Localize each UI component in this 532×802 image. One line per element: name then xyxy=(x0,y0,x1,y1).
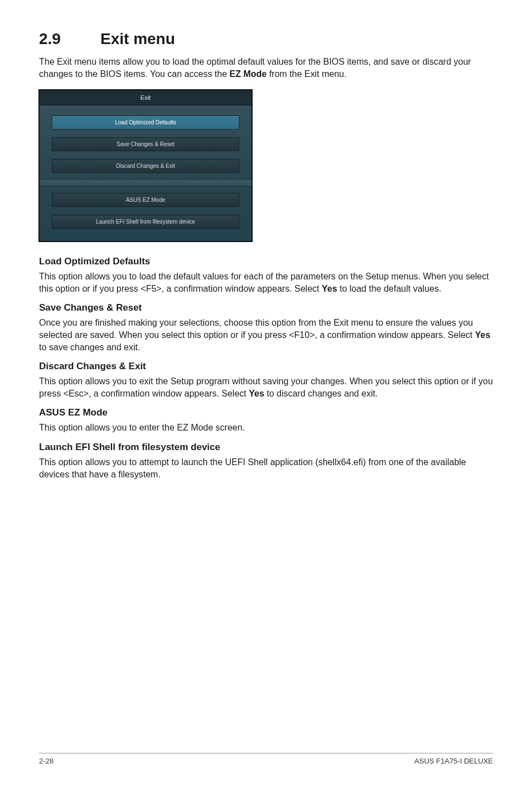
footer-page-number: 2-28 xyxy=(39,757,54,765)
load-defaults-heading: Load Optimized Defaults xyxy=(39,256,493,267)
efi-heading: Launch EFI Shell from filesystem device xyxy=(39,442,493,453)
exit-dialog-body: Load Optimized Defaults Save Changes & R… xyxy=(40,105,252,241)
dialog-divider xyxy=(40,181,252,186)
save-reset-bold: Yes xyxy=(475,330,491,340)
page: 2.9Exit menu The Exit menu items allow y… xyxy=(0,0,532,781)
exit-dialog-title: Exit xyxy=(40,90,252,105)
load-optimized-defaults-button[interactable]: Load Optimized Defaults xyxy=(52,115,239,129)
save-reset-heading: Save Changes & Reset xyxy=(39,302,493,313)
ezmode-text: This option allows you to enter the EZ M… xyxy=(39,422,493,434)
load-defaults-bold: Yes xyxy=(322,284,337,293)
save-reset-pre: Once you are finished making your select… xyxy=(39,318,475,340)
intro-bold: EZ Mode xyxy=(230,69,267,79)
intro-paragraph: The Exit menu items allow you to load th… xyxy=(39,56,493,80)
section-number: 2.9 xyxy=(39,30,100,48)
save-reset-post: to save changes and exit. xyxy=(39,342,140,352)
discard-heading: Discard Changes & Exit xyxy=(39,361,493,372)
load-defaults-post: to load the default values. xyxy=(337,284,442,293)
discard-post: to discard changes and exit. xyxy=(264,389,378,398)
intro-post: from the Exit menu. xyxy=(267,69,346,79)
asus-ez-mode-button[interactable]: ASUS EZ Mode xyxy=(52,193,239,207)
footer-product-name: ASUS F1A75-I DELUXE xyxy=(414,757,493,765)
discard-bold: Yes xyxy=(249,389,264,398)
section-name: Exit menu xyxy=(100,30,175,47)
exit-dialog: Exit Load Optimized Defaults Save Change… xyxy=(39,90,252,241)
launch-efi-shell-button[interactable]: Launch EFI Shell from filesystem device xyxy=(52,215,239,229)
load-defaults-text: This option allows you to load the defau… xyxy=(39,270,493,294)
ezmode-heading: ASUS EZ Mode xyxy=(39,407,493,418)
save-reset-text: Once you are finished making your select… xyxy=(39,317,493,353)
discard-changes-exit-button[interactable]: Discard Changes & Exit xyxy=(52,159,239,173)
page-footer: 2-28 ASUS F1A75-I DELUXE xyxy=(39,753,493,765)
efi-text: This option allows you to attempt to lau… xyxy=(39,456,493,480)
discard-text: This option allows you to exit the Setup… xyxy=(39,375,493,399)
section-title: 2.9Exit menu xyxy=(39,30,493,48)
save-changes-reset-button[interactable]: Save Changes & Reset xyxy=(52,137,239,151)
